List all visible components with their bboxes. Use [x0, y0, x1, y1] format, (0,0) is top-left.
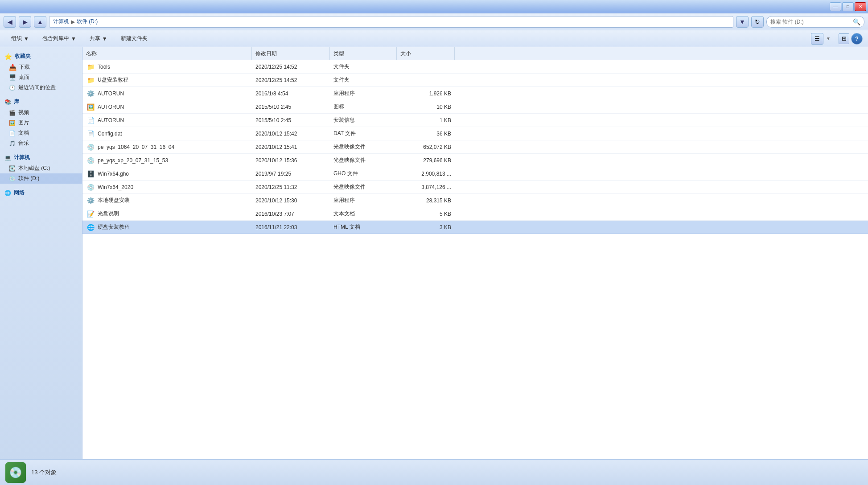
table-row[interactable]: 💿 pe_yqs_xp_20_07_31_15_53 2020/10/12 15… — [82, 154, 868, 167]
sidebar-header-favorites[interactable]: ⭐ 收藏夹 — [0, 51, 82, 62]
file-name-cell: 🖼️ AUTORUN — [82, 103, 252, 111]
file-name-text: U盘安装教程 — [98, 76, 128, 84]
search-box[interactable]: 🔍 — [766, 16, 864, 28]
file-size-cell: 3,874,126 ... — [397, 184, 455, 190]
sidebar-item-document[interactable]: 📄 文档 — [0, 128, 82, 138]
file-area: 名称 修改日期 类型 大小 📁 Tools 2020/12/25 14:52 文… — [82, 47, 868, 459]
path-computer[interactable]: 计算机 — [53, 18, 69, 25]
table-row[interactable]: ⚙️ 本地硬盘安装 2020/10/12 15:30 应用程序 28,315 K… — [82, 194, 868, 207]
table-row[interactable]: 💿 Win7x64_2020 2020/12/25 11:32 光盘映像文件 3… — [82, 181, 868, 194]
address-path[interactable]: 计算机 ▶ 软件 (D:) — [49, 16, 733, 28]
file-type-icon: ⚙️ — [86, 89, 95, 98]
minimize-button[interactable]: — — [830, 2, 841, 11]
up-button[interactable]: ▲ — [34, 16, 46, 28]
share-label: 共享 — [90, 35, 100, 42]
sidebar-network-label: 网络 — [14, 189, 25, 197]
close-button[interactable]: ✕ — [855, 2, 866, 11]
view-options-button[interactable]: ☰ — [811, 33, 823, 45]
file-type-icon: 🌐 — [86, 223, 95, 232]
sidebar-video-label: 视频 — [18, 109, 29, 116]
new-folder-label: 新建文件夹 — [121, 35, 148, 42]
table-row[interactable]: 🌐 硬盘安装教程 2016/11/21 22:03 HTML 文档 3 KB — [82, 221, 868, 234]
file-name-text: AUTORUN — [98, 90, 124, 97]
sidebar-item-local-c[interactable]: 💽 本地磁盘 (C:) — [0, 163, 82, 173]
sidebar-item-video[interactable]: 🎬 视频 — [0, 107, 82, 118]
sidebar-header-network[interactable]: 🌐 网络 — [0, 187, 82, 198]
column-header: 名称 修改日期 类型 大小 — [82, 47, 868, 60]
file-type-icon: 📄 — [86, 129, 95, 138]
file-type-cell: GHO 文件 — [330, 170, 397, 177]
table-row[interactable]: 💿 pe_yqs_1064_20_07_31_16_04 2020/10/12 … — [82, 140, 868, 154]
maximize-button[interactable]: □ — [842, 2, 854, 11]
file-name-cell: 💿 pe_yqs_xp_20_07_31_15_53 — [82, 156, 252, 165]
file-date-cell: 2016/11/21 22:03 — [252, 224, 330, 230]
table-row[interactable]: 🗄️ Win7x64.gho 2019/9/7 19:25 GHO 文件 2,9… — [82, 167, 868, 181]
column-type-header[interactable]: 类型 — [330, 47, 397, 60]
title-bar: — □ ✕ — [0, 0, 868, 13]
organize-button[interactable]: 组织 ▼ — [5, 33, 35, 45]
sidebar-downloads-label: 下载 — [19, 63, 30, 71]
soft-d-icon: 💿 — [9, 176, 16, 182]
file-size-cell: 28,315 KB — [397, 197, 455, 204]
column-size-header[interactable]: 大小 — [397, 47, 455, 60]
column-modified-header[interactable]: 修改日期 — [252, 47, 330, 60]
file-type-icon: 💿 — [86, 183, 95, 192]
file-type-cell: HTML 文档 — [330, 223, 397, 231]
sidebar-soft-d-label: 软件 (D:) — [18, 175, 39, 182]
table-row[interactable]: 📁 Tools 2020/12/25 14:52 文件夹 — [82, 60, 868, 74]
sidebar-section-library: 📚 库 🎬 视频 🖼️ 图片 📄 文档 🎵 音乐 — [0, 96, 82, 148]
file-name-text: AUTORUN — [98, 117, 124, 123]
file-type-cell: 光盘映像文件 — [330, 143, 397, 151]
file-size-cell: 1,926 KB — [397, 90, 455, 97]
table-row[interactable]: ⚙️ AUTORUN 2016/1/8 4:54 应用程序 1,926 KB — [82, 87, 868, 100]
column-name-header[interactable]: 名称 — [82, 47, 252, 60]
organize-arrow-icon: ▼ — [24, 36, 29, 42]
file-name-text: 光盘说明 — [98, 210, 119, 218]
address-dropdown-button[interactable]: ▼ — [736, 16, 749, 28]
sidebar-item-downloads[interactable]: 📥 下载 — [0, 62, 82, 72]
include-library-button[interactable]: 包含到库中 ▼ — [37, 33, 82, 45]
sidebar-doc-label: 文档 — [18, 129, 29, 137]
search-icon[interactable]: 🔍 — [853, 18, 860, 25]
file-name-text: pe_yqs_1064_20_07_31_16_04 — [98, 144, 174, 150]
file-size-cell: 279,696 KB — [397, 157, 455, 164]
file-name-text: pe_yqs_xp_20_07_31_15_53 — [98, 157, 168, 164]
file-name-cell: 💿 pe_yqs_1064_20_07_31_16_04 — [82, 143, 252, 152]
file-date-cell: 2020/12/25 11:32 — [252, 184, 330, 190]
sidebar-item-recent[interactable]: 🕐 最近访问的位置 — [0, 82, 82, 93]
sidebar-item-soft-d[interactable]: 💿 软件 (D:) — [0, 173, 82, 184]
file-type-icon: 📝 — [86, 210, 95, 218]
view-arrow-icon: ▼ — [826, 36, 831, 41]
refresh-button[interactable]: ↻ — [751, 16, 764, 28]
share-button[interactable]: 共享 ▼ — [84, 33, 113, 45]
main-area: ⭐ 收藏夹 📥 下载 🖥️ 桌面 🕐 最近访问的位置 📚 库 — [0, 47, 868, 459]
layout-button[interactable]: ⊞ — [839, 33, 849, 44]
file-type-icon: 📄 — [86, 116, 95, 125]
sidebar-local-c-label: 本地磁盘 (C:) — [18, 164, 50, 172]
file-list: 📁 Tools 2020/12/25 14:52 文件夹 📁 U盘安装教程 20… — [82, 60, 868, 459]
path-drive[interactable]: 软件 (D:) — [77, 18, 98, 25]
file-date-cell: 2020/10/12 15:42 — [252, 131, 330, 137]
sidebar-item-music[interactable]: 🎵 音乐 — [0, 138, 82, 148]
new-folder-button[interactable]: 新建文件夹 — [115, 33, 153, 45]
back-button[interactable]: ◀ — [4, 16, 16, 28]
table-row[interactable]: 🖼️ AUTORUN 2015/5/10 2:45 图标 10 KB — [82, 100, 868, 114]
sidebar-music-label: 音乐 — [18, 140, 29, 147]
file-name-text: Config.dat — [98, 131, 122, 137]
sidebar-header-library[interactable]: 📚 库 — [0, 96, 82, 107]
search-input[interactable] — [770, 19, 851, 25]
file-name-cell: 📝 光盘说明 — [82, 210, 252, 218]
forward-button[interactable]: ▶ — [19, 16, 31, 28]
table-row[interactable]: 📄 Config.dat 2020/10/12 15:42 DAT 文件 36 … — [82, 127, 868, 140]
file-type-icon: 📁 — [86, 76, 95, 85]
table-row[interactable]: 📝 光盘说明 2016/10/23 7:07 文本文档 5 KB — [82, 207, 868, 221]
table-row[interactable]: 📁 U盘安装教程 2020/12/25 14:52 文件夹 — [82, 74, 868, 87]
sidebar-item-picture[interactable]: 🖼️ 图片 — [0, 118, 82, 128]
sidebar-section-favorites: ⭐ 收藏夹 📥 下载 🖥️ 桌面 🕐 最近访问的位置 — [0, 51, 82, 93]
help-button[interactable]: ? — [851, 33, 863, 45]
table-row[interactable]: 📄 AUTORUN 2015/5/10 2:45 安装信息 1 KB — [82, 114, 868, 127]
sidebar-header-computer[interactable]: 💻 计算机 — [0, 152, 82, 163]
file-name-cell: ⚙️ AUTORUN — [82, 89, 252, 98]
sidebar-item-desktop[interactable]: 🖥️ 桌面 — [0, 72, 82, 82]
organize-label: 组织 — [11, 35, 22, 42]
